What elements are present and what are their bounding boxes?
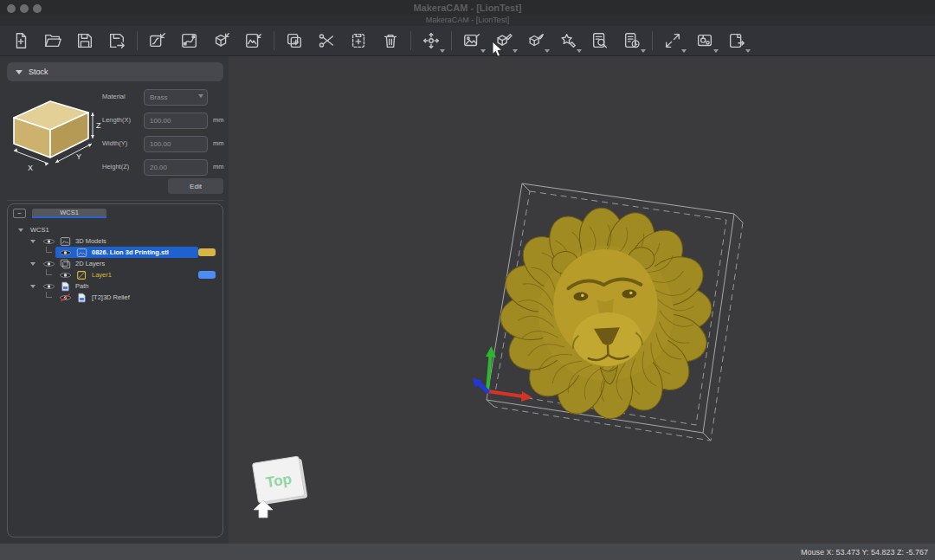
length-x-label: Length(X)	[102, 116, 139, 124]
toolbar	[0, 26, 935, 56]
delete-button[interactable]	[378, 29, 403, 53]
toolpath-time-button[interactable]	[620, 29, 644, 53]
tree-item-0826-lion-3d-printing-stl[interactable]: 0826. Lion 3d Printing.stl	[8, 247, 222, 258]
transform-icon	[422, 31, 441, 50]
open-file-button[interactable]	[41, 29, 65, 53]
tab-wcs1[interactable]: WCS1	[32, 209, 106, 218]
simulate-button[interactable]	[693, 29, 717, 53]
tree-item-label: WCS1	[30, 226, 49, 234]
height-z-input[interactable]	[144, 159, 208, 176]
tree-expander-icon[interactable]	[30, 285, 35, 288]
image-icon	[76, 248, 87, 258]
export-gcode-button[interactable]	[725, 29, 749, 53]
app-subtitle: MakeraCAM - [LionTest]	[0, 15, 935, 26]
edit-vector-icon	[180, 31, 199, 50]
visibility-eye-icon[interactable]	[42, 282, 55, 291]
paste-icon	[349, 31, 368, 50]
export-gcode-icon	[727, 31, 746, 50]
visibility-eye-icon[interactable]	[42, 260, 55, 268]
copy-icon	[285, 31, 304, 50]
stock-field-height-z: Height(Z)mm	[102, 158, 224, 175]
copy-button[interactable]	[282, 29, 306, 53]
document-icon	[60, 281, 71, 292]
new-file-button[interactable]	[9, 29, 33, 53]
titlebar: MakeraCAM - [LionTest]	[0, 0, 935, 15]
material-input[interactable]	[144, 89, 208, 106]
tree-expander-icon[interactable]	[18, 229, 23, 232]
preview-toolpath-button[interactable]	[588, 29, 612, 53]
tree-item-label: 3D Models	[75, 237, 106, 245]
trace-image-icon	[462, 31, 481, 50]
tree-expander-icon[interactable]	[30, 262, 35, 266]
preview-toolpath-icon	[590, 31, 609, 50]
toolbar-separator	[274, 31, 274, 50]
delete-icon	[381, 31, 400, 50]
visibility-eye-icon[interactable]	[59, 248, 72, 257]
new-file-icon	[11, 31, 30, 50]
texture-3d-button[interactable]	[556, 29, 580, 53]
import-3d-model-icon	[212, 31, 231, 50]
edit-3d-model-button[interactable]	[492, 29, 516, 53]
tree-item-wcs1[interactable]: WCS1	[8, 224, 222, 235]
import-relief-button[interactable]	[242, 29, 266, 53]
tree-item-t2-3d-relief[interactable]: [T2]3D Relief	[8, 292, 222, 303]
tree-item-label: 2D Layers	[75, 260, 105, 267]
visibility-eye-icon[interactable]	[59, 271, 72, 280]
color-swatch[interactable]	[198, 248, 216, 256]
import-vector-icon	[148, 31, 167, 50]
stock-edit-button[interactable]: Edit	[168, 178, 223, 194]
tree-item-path[interactable]: Path	[8, 280, 222, 292]
tree-item-3d-models[interactable]: 3D Models	[8, 235, 222, 247]
cut-button[interactable]	[314, 29, 339, 53]
dropdown-caret-icon	[681, 49, 687, 53]
sidebar: Stock Z Y X MaterialLength(X)mm	[0, 56, 229, 544]
toolbar-separator	[451, 31, 452, 50]
minimize-button[interactable]	[20, 4, 29, 13]
stock-panel-header[interactable]: Stock	[7, 62, 223, 81]
dropdown-caret-icon	[545, 49, 550, 53]
axis-z-label: Z	[96, 121, 101, 130]
paste-button[interactable]	[346, 29, 371, 53]
viewport-3d[interactable]	[229, 56, 935, 544]
length-x-input[interactable]	[144, 113, 208, 129]
app-window: MakeraCAM - [LionTest] MakeraCAM - [Lion…	[0, 0, 935, 560]
stock-field-width-y: Width(Y)mm	[102, 135, 224, 151]
edit-vector-button[interactable]	[177, 29, 202, 53]
tree-item-2d-layers[interactable]: 2D Layers	[8, 258, 222, 269]
carve-3d-button[interactable]	[524, 29, 548, 53]
carve-3d-icon	[526, 31, 545, 50]
dropdown-caret-icon	[440, 49, 445, 53]
width-y-input[interactable]	[144, 136, 208, 152]
collapse-all-button[interactable]: −	[13, 209, 26, 218]
transform-button[interactable]	[419, 29, 443, 53]
height-z-label: Height(Z)	[102, 163, 139, 171]
layer-icon	[76, 270, 87, 280]
statusbar: Mouse X: 53.473 Y: 54.823 Z: -5.767	[0, 544, 935, 560]
visibility-eye-icon[interactable]	[42, 237, 55, 246]
import-vector-button[interactable]	[145, 29, 170, 53]
image-icon	[60, 236, 71, 247]
visibility-eye-off-icon[interactable]	[59, 293, 72, 302]
fit-view-button[interactable]	[661, 29, 685, 53]
color-swatch[interactable]	[198, 271, 216, 279]
stock-field-length-x: Length(X)mm	[102, 112, 224, 128]
toolpath-time-icon	[622, 31, 642, 50]
height-z-unit: mm	[213, 163, 224, 171]
zoom-button[interactable]	[33, 4, 42, 13]
material-label: Material	[102, 93, 139, 100]
tree-connector	[46, 269, 52, 275]
close-button[interactable]	[7, 4, 16, 13]
save-file-button[interactable]	[73, 29, 97, 53]
dropdown-caret-icon	[577, 49, 582, 53]
tree-expander-icon[interactable]	[30, 240, 35, 243]
width-y-label: Width(Y)	[102, 139, 139, 147]
import-3d-model-button[interactable]	[210, 29, 234, 53]
trace-image-button[interactable]	[460, 29, 484, 53]
tree-item-layer1[interactable]: Layer1	[8, 269, 222, 280]
mouse-coordinates: Mouse X: 53.473 Y: 54.823 Z: -5.767	[801, 548, 928, 557]
toolbar-separator	[410, 31, 411, 50]
document-icon	[76, 293, 87, 303]
length-x-unit: mm	[213, 116, 224, 124]
save-as-button[interactable]	[105, 29, 129, 53]
dropdown-caret-icon	[713, 49, 719, 53]
